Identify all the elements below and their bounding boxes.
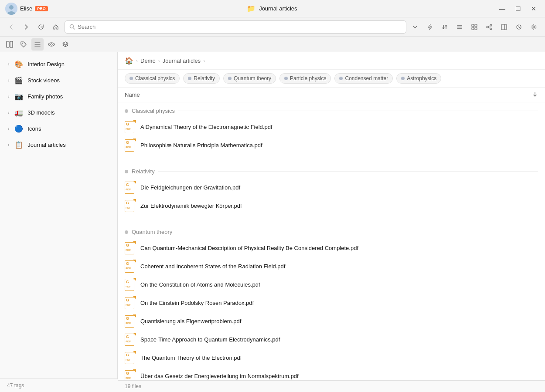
breadcrumb-journal-articles[interactable]: Journal articles	[163, 57, 201, 64]
svg-rect-13	[475, 27, 477, 30]
history-button[interactable]	[513, 21, 525, 33]
home-button[interactable]	[50, 21, 62, 33]
list-item[interactable]: PDF G On the Constitution of Atoms and M…	[118, 275, 545, 294]
close-button[interactable]: ✕	[528, 3, 540, 15]
breadcrumb-sep-2: ›	[158, 58, 160, 64]
file-count-label: 19 files	[125, 383, 141, 389]
svg-rect-10	[472, 24, 474, 27]
pdf-icon-4: PDF G	[125, 199, 136, 212]
tag-label-classical: Classical physics	[135, 75, 175, 81]
tag-dot-condensed	[339, 77, 343, 80]
breadcrumb-sep-3: ›	[203, 58, 205, 64]
refresh-button[interactable]	[35, 21, 47, 33]
group-name-relativity: Relativity	[132, 168, 155, 175]
svg-point-29	[48, 43, 54, 46]
content-area: 🏠 › Demo › Journal articles › Classical …	[118, 52, 545, 392]
tag-chip-classical[interactable]: Classical physics	[125, 73, 180, 84]
user-name: Elise	[20, 5, 32, 12]
tag-chip-quantum[interactable]: Quantum theory	[223, 73, 276, 84]
sort-button[interactable]	[439, 21, 451, 33]
tool-bar	[0, 37, 545, 52]
group-line-classical	[178, 111, 538, 111]
tag-button[interactable]	[17, 38, 30, 51]
columns-button[interactable]	[31, 38, 44, 51]
sidebar-item-label-interior: Interior Design	[27, 61, 65, 68]
list-item[interactable]: PDF G Zur Elektrodynamik bewegter Körper…	[118, 196, 545, 215]
breadcrumb-sep-1: ›	[136, 58, 138, 64]
svg-rect-19	[501, 24, 507, 30]
sidebar-item-journal-articles[interactable]: › 📋 Journal articles	[3, 137, 115, 152]
svg-point-1	[9, 5, 14, 10]
lightning-button[interactable]	[424, 21, 436, 33]
list-item[interactable]: PDF G A Dynamical Theory of the Electrom…	[118, 118, 545, 136]
title-bar: Elise PRO 📁 Journal articles — ☐ ✕	[0, 0, 545, 17]
sidebar-item-3d-models[interactable]: › 🚛 3D models	[3, 105, 115, 120]
pdf-icon-10: PDF G	[125, 333, 136, 346]
file-list: Classical physics PDF G A Dynamical Theo…	[118, 102, 545, 380]
avatar	[5, 3, 17, 15]
panes-button[interactable]	[3, 38, 16, 51]
settings-button[interactable]	[528, 21, 540, 33]
breadcrumb-demo[interactable]: Demo	[140, 57, 156, 64]
sidebar-item-icon-3d: 🚛	[14, 107, 24, 118]
list-item[interactable]: PDF G The Quantum Theory of the Electron…	[118, 348, 545, 367]
sidebar-item-stock-videos[interactable]: › 🎬 Stock videos	[3, 72, 115, 88]
tag-dot-particle	[284, 77, 288, 80]
group-line-quantum	[176, 232, 538, 232]
tag-chip-relativity[interactable]: Relativity	[183, 73, 220, 84]
tag-dot-relativity	[188, 77, 191, 80]
list-item[interactable]: PDF G Über das Gesetz der Energieverteil…	[118, 367, 545, 380]
svg-point-30	[51, 44, 52, 45]
pdf-icon-8: PDF G	[125, 296, 136, 309]
sidebar-item-icons[interactable]: › 🔵 Icons	[3, 121, 115, 136]
eye-button[interactable]	[45, 38, 58, 51]
list-item[interactable]: PDF G Philosophiæ Naturalis Principia Ma…	[118, 136, 545, 154]
name-column-header[interactable]: Name	[125, 91, 140, 98]
pdf-icon-5: PDF G	[125, 241, 136, 254]
search-dropdown-button[interactable]	[409, 21, 421, 33]
file-name-1: A Dynamical Theory of the Electromagneti…	[140, 124, 272, 130]
sidebar-item-family-photos[interactable]: › 📷 Family photos	[3, 88, 115, 104]
list-item[interactable]: PDF G Space-Time Approach to Quantum Ele…	[118, 330, 545, 348]
home-breadcrumb-icon[interactable]: 🏠	[125, 57, 133, 65]
pdf-icon-6: PDF G	[125, 260, 136, 273]
sort-direction-icon[interactable]	[532, 91, 538, 98]
tag-chip-astrophysics[interactable]: Astrophysics	[396, 73, 441, 84]
list-item[interactable]: PDF G Quantisierung als Eigenwertproblem…	[118, 312, 545, 330]
sidebar-item-interior-design[interactable]: › 🎨 Interior Design	[3, 56, 115, 72]
forward-button[interactable]	[20, 21, 32, 33]
list-item[interactable]: PDF G Die Feldgleichungen der Gravitatio…	[118, 178, 545, 196]
file-name-2: Philosophiæ Naturalis Principia Mathemat…	[140, 142, 262, 149]
tag-chip-particle[interactable]: Particle physics	[279, 73, 331, 84]
list-view-button[interactable]	[453, 21, 466, 33]
list-item[interactable]: PDF G Can Quantum-Mechanical Description…	[118, 239, 545, 257]
tag-chip-condensed[interactable]: Condensed matter	[334, 73, 393, 84]
share-button[interactable]	[483, 21, 495, 33]
grid-view-button[interactable]	[468, 21, 480, 33]
list-item[interactable]: PDF G Coherent and Incoherent States of …	[118, 257, 545, 275]
back-button[interactable]	[5, 21, 17, 33]
pdf-icon-11: PDF G	[125, 351, 136, 364]
search-input[interactable]	[78, 24, 402, 30]
panel-button[interactable]	[498, 21, 510, 33]
group-line-relativity	[158, 171, 538, 172]
file-name-8: On the Einstein Podolsky Rosen Paradox.p…	[140, 300, 254, 306]
sidebar-item-label-stock: Stock videos	[27, 77, 60, 84]
svg-point-14	[490, 24, 492, 26]
file-name-10: Space-Time Approach to Quantum Electrody…	[140, 336, 280, 343]
chevron-icon-4: ›	[8, 110, 9, 115]
layers-button[interactable]	[59, 38, 72, 51]
folder-icon: 📁	[247, 4, 255, 13]
maximize-button[interactable]: ☐	[512, 3, 524, 15]
list-item[interactable]: PDF G On the Einstein Podolsky Rosen Par…	[118, 294, 545, 312]
tag-dot-classical	[129, 77, 133, 80]
group-name-classical: Classical physics	[132, 108, 175, 114]
minimize-button[interactable]: —	[496, 3, 508, 15]
svg-rect-11	[475, 24, 477, 27]
tag-label-astrophysics: Astrophysics	[407, 75, 436, 81]
sidebar-item-icon-family: 📷	[14, 91, 24, 101]
pdf-icon-9: PDF G	[125, 314, 136, 328]
sidebar-item-icon-interior: 🎨	[14, 59, 24, 69]
search-bar[interactable]	[65, 20, 406, 34]
tags-filter: Classical physics Relativity Quantum the…	[118, 70, 545, 88]
